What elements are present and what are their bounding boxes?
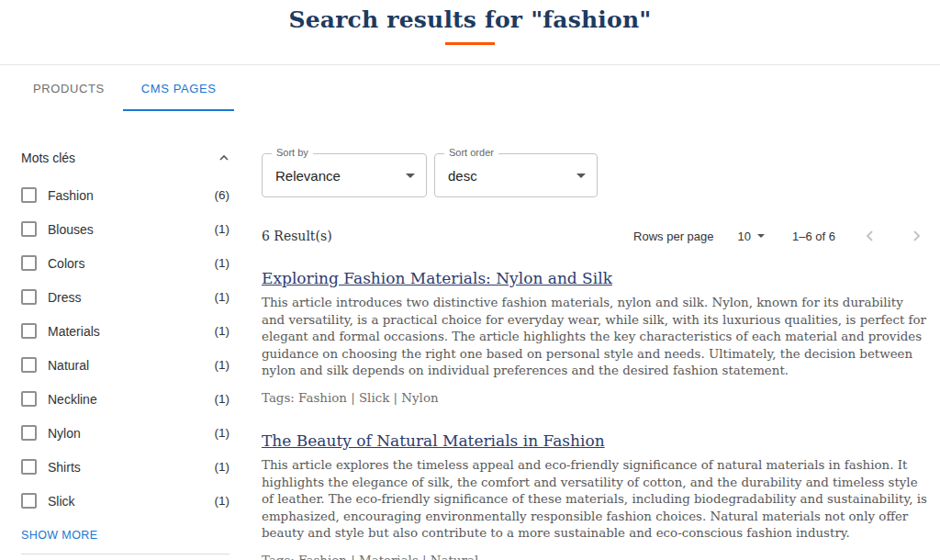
sort-by-value: Relevance <box>275 168 341 184</box>
dropdown-arrow-icon <box>576 174 586 178</box>
filters-sidebar: Mots clés Fashion (6) Blouses (1) Colors… <box>0 111 241 560</box>
filter-item-shirts[interactable]: Shirts (1) <box>21 450 229 484</box>
results-main: Sort by Relevance Sort order desc 6 Resu… <box>241 111 940 560</box>
filter-label: Fashion <box>48 188 94 203</box>
caret-down-icon <box>757 234 765 238</box>
filter-count: (1) <box>215 460 230 474</box>
filter-label: Materials <box>48 324 100 339</box>
filter-label: Neckline <box>48 392 97 407</box>
filter-label: Dress <box>48 290 82 305</box>
sort-by-select[interactable]: Sort by Relevance <box>262 153 427 197</box>
next-page-button[interactable] <box>905 225 927 247</box>
content-area: Mots clés Fashion (6) Blouses (1) Colors… <box>0 111 940 560</box>
filter-label: Natural <box>48 358 89 373</box>
tab-cms-pages[interactable]: CMS PAGES <box>123 65 235 111</box>
filter-item-nylon[interactable]: Nylon (1) <box>21 416 229 450</box>
filter-label: Colors <box>48 256 84 271</box>
result-description: This article introduces two distinctive … <box>262 295 927 380</box>
sidebar-divider <box>21 554 229 554</box>
filter-count: (1) <box>215 222 230 236</box>
chevron-right-icon <box>909 229 923 243</box>
filter-item-neckline[interactable]: Neckline (1) <box>21 382 229 416</box>
filter-item-blouses[interactable]: Blouses (1) <box>21 212 229 246</box>
filter-item-fashion[interactable]: Fashion (6) <box>21 178 229 212</box>
checkbox[interactable] <box>21 391 37 407</box>
chevron-left-icon <box>863 229 878 243</box>
checkbox[interactable] <box>21 289 37 305</box>
prev-page-button[interactable] <box>859 225 881 247</box>
filter-list: Fashion (6) Blouses (1) Colors (1) Dress… <box>21 178 229 518</box>
dropdown-arrow-icon <box>406 174 415 178</box>
rows-per-page-select[interactable]: 10 <box>738 230 765 243</box>
filter-label: Shirts <box>48 460 81 475</box>
filter-item-colors[interactable]: Colors (1) <box>21 246 229 280</box>
result-tags: Tags: Fashion | Materials | Natural <box>262 554 927 560</box>
results-toolbar: 6 Result(s) Rows per page 10 1–6 of 6 <box>262 225 927 247</box>
filter-item-slick[interactable]: Slick (1) <box>21 484 229 518</box>
checkbox[interactable] <box>21 493 37 509</box>
checkbox[interactable] <box>21 255 37 271</box>
sort-order-value: desc <box>448 168 477 184</box>
tab-bar: PRODUCTS CMS PAGES <box>0 64 940 111</box>
result-item: The Beauty of Natural Materials in Fashi… <box>262 431 927 560</box>
show-more-button[interactable]: SHOW MORE <box>21 529 229 542</box>
checkbox[interactable] <box>21 459 37 475</box>
tab-products-label: PRODUCTS <box>33 82 105 95</box>
sort-controls: Sort by Relevance Sort order desc <box>262 153 927 197</box>
sort-order-label: Sort order <box>444 147 498 158</box>
active-tab-indicator <box>123 109 235 111</box>
rows-per-page-value: 10 <box>738 230 751 243</box>
page-title: Search results for "fashion" <box>0 6 940 33</box>
filter-count: (1) <box>215 324 230 338</box>
pagination: Rows per page 10 1–6 of 6 <box>633 225 927 247</box>
filter-count: (1) <box>215 290 230 304</box>
checkbox[interactable] <box>21 323 37 339</box>
checkbox[interactable] <box>21 425 37 441</box>
filter-item-materials[interactable]: Materials (1) <box>21 314 229 348</box>
results-count: 6 Result(s) <box>262 229 332 243</box>
result-title-link[interactable]: Exploring Fashion Materials: Nylon and S… <box>262 269 612 287</box>
sort-order-select[interactable]: Sort order desc <box>434 153 598 197</box>
title-accent-underline <box>445 42 495 45</box>
filter-label: Nylon <box>48 426 81 441</box>
filter-count: (1) <box>215 392 230 406</box>
filter-label: Slick <box>48 494 75 509</box>
filter-group-header[interactable]: Mots clés <box>21 151 229 165</box>
filter-label: Blouses <box>48 222 94 237</box>
filter-count: (6) <box>215 188 230 202</box>
rows-per-page-label: Rows per page <box>633 230 713 243</box>
chevron-up-icon[interactable] <box>218 152 229 163</box>
tab-products[interactable]: PRODUCTS <box>15 65 123 111</box>
sort-by-label: Sort by <box>272 147 313 158</box>
page-header: Search results for "fashion" <box>0 0 940 64</box>
result-item: Exploring Fashion Materials: Nylon and S… <box>262 269 927 405</box>
filter-count: (1) <box>215 426 230 440</box>
pagination-range: 1–6 of 6 <box>792 230 835 243</box>
tab-cms-pages-label: CMS PAGES <box>141 82 217 95</box>
checkbox[interactable] <box>21 221 37 237</box>
checkbox[interactable] <box>21 187 37 203</box>
result-description: This article explores the timeless appea… <box>262 457 927 543</box>
filter-count: (1) <box>215 256 230 270</box>
filter-count: (1) <box>215 494 230 508</box>
result-tags: Tags: Fashion | Slick | Nylon <box>262 391 927 405</box>
filter-count: (1) <box>215 358 230 372</box>
checkbox[interactable] <box>21 357 37 373</box>
filter-group-title: Mots clés <box>21 151 75 165</box>
result-title-link[interactable]: The Beauty of Natural Materials in Fashi… <box>262 431 605 450</box>
filter-item-dress[interactable]: Dress (1) <box>21 280 229 314</box>
filter-item-natural[interactable]: Natural (1) <box>21 348 229 382</box>
